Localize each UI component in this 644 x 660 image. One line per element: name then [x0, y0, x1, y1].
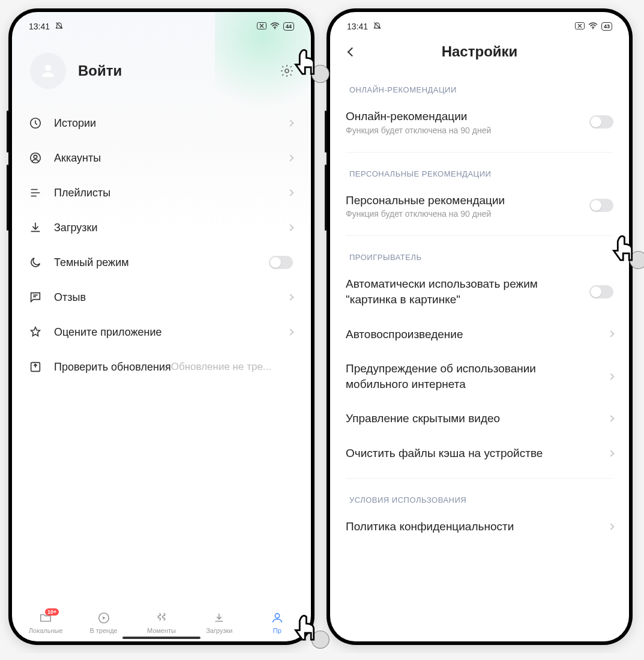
menu-history[interactable]: Истории	[20, 106, 300, 141]
download-icon	[28, 220, 43, 235]
battery-icon: 44	[283, 22, 294, 31]
menu-label: Плейлисты	[54, 187, 288, 199]
page-title: Настройки	[342, 43, 617, 60]
phone-right: 13:41 43 Настройки ОНЛАЙН-РЕКОМЕНДАЦИИ О…	[327, 8, 633, 645]
profile-nav-icon	[270, 611, 284, 625]
svg-point-1	[274, 28, 275, 29]
menu-accounts[interactable]: Аккаунты	[20, 141, 300, 175]
status-time: 13:41	[29, 22, 50, 31]
personal-recs-toggle[interactable]	[589, 199, 613, 212]
wifi-icon	[270, 22, 280, 31]
setting-subtitle: Функция будет отключена на 90 дней	[346, 209, 582, 219]
wifi-icon	[588, 22, 598, 31]
section-header-personal: ПЕРСОНАЛЬНЫЕ РЕКОМЕНДАЦИИ	[334, 153, 625, 184]
menu-playlists[interactable]: Плейлисты	[20, 175, 300, 210]
svg-point-2	[45, 65, 51, 71]
chevron-right-icon	[607, 450, 614, 456]
menu-label: Аккаунты	[54, 152, 288, 165]
online-recs-toggle[interactable]	[589, 115, 613, 129]
setting-title: Персональные рекомендации	[346, 193, 582, 208]
menu-sublabel: Обновление не тре...	[171, 361, 271, 373]
login-button[interactable]: Войти	[78, 62, 122, 79]
update-icon	[28, 359, 43, 375]
nav-moments[interactable]: Моменты	[135, 611, 188, 634]
nav-trending[interactable]: В тренде	[77, 611, 130, 634]
chevron-right-icon	[287, 120, 293, 126]
setting-title: Политика конфиденциальности	[346, 519, 601, 534]
chevron-right-icon	[287, 294, 293, 300]
menu-label: Истории	[54, 117, 288, 130]
pip-toggle[interactable]	[589, 285, 613, 298]
badge: 10+	[45, 608, 59, 616]
settings-icon[interactable]	[278, 62, 295, 79]
status-time: 13:41	[347, 22, 368, 31]
moon-icon	[28, 255, 43, 270]
close-box-icon	[575, 22, 585, 31]
bell-off-icon	[373, 21, 382, 32]
nav-label: Локальные	[29, 627, 63, 634]
profile-row[interactable]: Войти	[12, 35, 311, 106]
phone-left: 13:41 44 Войти Истории	[8, 8, 314, 645]
chevron-right-icon	[287, 224, 293, 231]
svg-point-11	[311, 631, 329, 649]
nav-label: Загрузки	[206, 627, 232, 634]
darkmode-toggle[interactable]	[269, 256, 293, 269]
setting-autoplay[interactable]: Автовоспроизведение	[334, 318, 625, 353]
nav-downloads[interactable]: Загрузки	[193, 611, 245, 634]
playlist-icon	[28, 185, 43, 201]
menu-update[interactable]: Проверить обновления Обновление не тре..…	[20, 350, 300, 384]
svg-point-3	[285, 69, 289, 73]
menu-label: Проверить обновления	[54, 361, 171, 374]
nav-label: В тренде	[89, 627, 117, 634]
menu-rate[interactable]: Оцените приложение	[20, 315, 300, 350]
setting-title: Предупреждение об использовании мобильно…	[346, 361, 601, 392]
menu-label: Оцените приложение	[54, 326, 288, 339]
setting-subtitle: Функция будет отключена на 90 дней	[346, 126, 582, 135]
nav-label: Пр	[273, 627, 281, 634]
setting-title: Онлайн-рекомендации	[346, 109, 582, 124]
setting-personal-recs[interactable]: Персональные рекомендации Функция будет …	[334, 184, 625, 230]
nav-label: Моменты	[147, 627, 176, 634]
close-box-icon	[257, 22, 266, 31]
setting-title: Автоматически использовать режим "картин…	[346, 276, 582, 307]
section-header-player: ПРОИГРЫВАТЕЛЬ	[334, 236, 625, 268]
svg-point-9	[275, 614, 279, 618]
setting-clear-cache[interactable]: Очистить файлы кэша на устройстве	[334, 437, 625, 472]
svg-point-6	[34, 155, 37, 159]
svg-point-13	[592, 28, 594, 29]
moments-icon	[154, 611, 169, 625]
star-icon	[28, 324, 43, 340]
chevron-right-icon	[607, 416, 614, 422]
menu-downloads[interactable]: Загрузки	[20, 210, 300, 245]
menu-darkmode[interactable]: Темный режим	[20, 245, 300, 280]
chevron-right-icon	[607, 331, 614, 338]
avatar	[30, 53, 66, 89]
bottom-nav: 10+ Локальные В тренде Моменты Загрузки …	[12, 607, 311, 641]
battery-icon: 43	[601, 22, 612, 31]
menu-label: Загрузки	[54, 222, 288, 234]
chevron-right-icon	[287, 328, 293, 335]
folder-icon: 10+	[38, 611, 53, 625]
user-circle-icon	[28, 150, 43, 166]
nav-profile[interactable]: Пр	[251, 611, 304, 634]
status-bar: 13:41 44	[12, 12, 311, 35]
setting-hidden-videos[interactable]: Управление скрытыми видео	[334, 402, 625, 437]
setting-privacy[interactable]: Политика конфиденциальности	[334, 510, 625, 534]
clock-icon	[28, 115, 43, 131]
setting-online-recs[interactable]: Онлайн-рекомендации Функция будет отключ…	[334, 100, 625, 146]
setting-title: Очистить файлы кэша на устройстве	[346, 446, 601, 461]
setting-title: Управление скрытыми видео	[346, 411, 601, 426]
chevron-right-icon	[287, 189, 293, 196]
menu-label: Темный режим	[54, 256, 269, 269]
menu-feedback[interactable]: Отзыв	[20, 280, 300, 315]
status-bar: 13:41 43	[330, 12, 629, 35]
setting-mobile-warn[interactable]: Предупреждение об использовании мобильно…	[334, 353, 625, 402]
svg-point-14	[630, 252, 644, 269]
setting-pip[interactable]: Автоматически использовать режим "картин…	[334, 268, 625, 318]
section-header-online: ОНЛАЙН-РЕКОМЕНДАЦИИ	[334, 68, 625, 100]
chevron-right-icon	[607, 373, 614, 380]
chevron-right-icon	[287, 154, 293, 161]
nav-local[interactable]: 10+ Локальные	[19, 611, 72, 634]
menu-label: Отзыв	[54, 291, 288, 304]
header: Настройки	[330, 35, 629, 68]
